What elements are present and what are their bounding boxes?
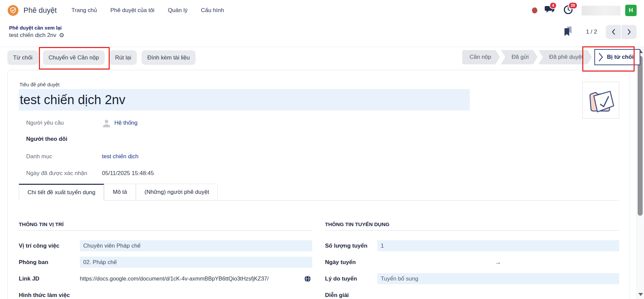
field-row-headcount: Số lượng tuyển 1 <box>325 240 619 251</box>
work-type-label: Hình thức làm việc <box>19 292 80 299</box>
field-row-work-type: Hình thức làm việc <box>19 290 312 299</box>
chevron-right-icon <box>627 29 631 35</box>
followers-label: Người theo dõi <box>26 136 102 142</box>
section-position-info-title: THÔNG TIN VỊ TRÍ <box>19 221 312 231</box>
explanation-label: Diễn giải <box>325 292 377 299</box>
status-step-refused-active[interactable]: Bị từ chối <box>594 49 640 65</box>
requester-row: Người yêu cầu Hệ thống <box>26 117 138 129</box>
category-label: Danh mục <box>26 153 102 160</box>
pager-next-button[interactable] <box>622 25 637 39</box>
user-name-redacted[interactable] <box>582 6 621 15</box>
title-field[interactable]: test chiến dịch 2nv <box>19 89 470 111</box>
department-value[interactable]: 02. Pháp chế <box>80 257 312 268</box>
link-jd-value[interactable]: https://docs.google.com/document/d/1cK-4… <box>80 275 269 282</box>
breadcrumb-parent-link[interactable]: Phê duyệt cần xem lại <box>9 25 62 31</box>
department-label: Phòng ban <box>19 259 80 266</box>
pager-previous-button[interactable] <box>606 25 621 39</box>
nav-item-my-approvals[interactable]: Phê duyệt của tôi <box>110 7 154 14</box>
tab-approvers[interactable]: (Những) người phê duyệt <box>136 184 218 201</box>
job-position-label: Vị trí công việc <box>19 243 80 249</box>
section-recruitment-info-title: THÔNG TIN TUYỂN DỤNG <box>325 221 619 231</box>
back-to-submit-button[interactable]: Chuyển về Cần nộp <box>43 50 105 65</box>
status-step-refused-label: Bị từ chối <box>607 54 634 60</box>
breadcrumb-current: test chiến dịch 2nv <box>9 32 56 39</box>
open-url-globe-icon[interactable] <box>304 275 311 282</box>
pager-counter: 1 / 2 <box>586 29 597 35</box>
nav-item-config[interactable]: Cấu hình <box>201 7 224 14</box>
requester-label: Người yêu cầu <box>26 120 102 126</box>
control-panel: Phê duyệt cần xem lại test chiến dịch 2n… <box>0 21 644 47</box>
hire-date-label: Ngày tuyển <box>325 259 377 266</box>
scroll-down-arrow[interactable] <box>638 293 643 296</box>
status-step-submitted[interactable]: Đã gửi <box>501 50 537 65</box>
vertical-scrollbar[interactable] <box>636 47 644 299</box>
confirmed-date-label: Ngày đã được xác nhận <box>26 170 102 177</box>
confirmed-date-row: Ngày đã được xác nhận 05/11/2025 15:48:4… <box>26 168 154 179</box>
chevron-left-icon <box>611 29 615 35</box>
nav-item-manage[interactable]: Quản lý <box>168 7 187 14</box>
tab-recruitment-detail[interactable]: Chi tiết đề xuất tuyển dụng <box>19 184 104 201</box>
status-step-to-submit[interactable]: Cần nộp <box>462 50 500 65</box>
top-navbar: Phê duyệt Trang chủ Phê duyệt của tôi Qu… <box>0 0 644 21</box>
field-row-job-position: Vị trí công việc Chuyên viên Pháp chế <box>19 240 312 251</box>
category-row: Danh mục test chiến dịch <box>26 151 139 162</box>
refuse-button[interactable]: Từ chối <box>7 50 38 65</box>
requester-link[interactable]: Hệ thống <box>114 120 138 126</box>
withdraw-button[interactable]: Rút lại <box>109 50 137 65</box>
date-range-arrow-icon: → <box>377 259 501 266</box>
app-title[interactable]: Phê duyệt <box>23 6 57 15</box>
user-silhouette-icon <box>102 119 111 128</box>
link-jd-label: Link JD <box>19 275 80 282</box>
hire-reason-label: Lý do tuyển <box>325 275 377 282</box>
app-logo-icon[interactable] <box>7 5 19 16</box>
headcount-value[interactable]: 1 <box>377 240 619 251</box>
attach-document-button[interactable]: Đính kèm tài liệu <box>142 50 196 65</box>
headcount-label: Số lượng tuyển <box>325 243 377 249</box>
nav-item-home[interactable]: Trang chủ <box>71 7 97 14</box>
breadcrumb: test chiến dịch 2nv ⚙ <box>9 32 64 39</box>
activities-button[interactable]: 29 <box>564 5 573 16</box>
field-row-hire-reason: Lý do tuyển Tuyển bổ sung <box>325 273 619 284</box>
folder-check-icon <box>585 84 617 116</box>
confirmed-date-value: 05/11/2025 15:48:45 <box>102 170 154 177</box>
gear-icon[interactable]: ⚙ <box>59 32 64 38</box>
user-avatar[interactable]: H <box>625 5 637 16</box>
scrollbar-thumb[interactable] <box>638 56 643 216</box>
record-pager: 1 / 2 <box>563 25 637 39</box>
notebook-tabs: Chi tiết đề xuất tuyển dụng Mô tả (Những… <box>19 184 218 201</box>
form-sheet: Tiêu đề phê duyệt test chiến dịch 2nv Ng… <box>7 70 630 299</box>
messages-badge: 4 <box>549 2 557 9</box>
field-row-link-jd: Link JD https://docs.google.com/document… <box>19 273 312 284</box>
tab-description[interactable]: Mô tả <box>104 184 136 201</box>
title-field-value: test chiến dịch 2nv <box>19 93 125 107</box>
bookmark-icon[interactable] <box>563 26 573 38</box>
navbar-systray: 4 29 H <box>532 5 637 16</box>
activities-badge: 29 <box>568 2 578 9</box>
hire-reason-value[interactable]: Tuyển bổ sung <box>377 273 619 284</box>
recording-dot-icon <box>532 7 537 13</box>
status-step-approved[interactable]: Đã phê duyệt <box>538 50 592 65</box>
followers-row: Người theo dõi <box>26 133 102 145</box>
action-button-bar: Từ chối Chuyển về Cần nộp Rút lại Đính k… <box>7 50 196 65</box>
approval-type-image <box>582 82 619 119</box>
status-chevron-icon <box>598 52 603 62</box>
field-row-explanation: Diễn giải <box>325 290 619 299</box>
job-position-value[interactable]: Chuyên viên Pháp chế <box>80 240 312 251</box>
category-link[interactable]: test chiến dịch <box>102 153 139 160</box>
field-row-hire-date: Ngày tuyển → <box>325 257 619 268</box>
messages-button[interactable]: 4 <box>545 5 555 16</box>
statusbar: Cần nộp Đã gửi Đã phê duyệt Bị từ chối <box>462 49 640 66</box>
title-field-label: Tiêu đề phê duyệt <box>19 82 60 87</box>
field-row-department: Phòng ban 02. Pháp chế <box>19 257 312 268</box>
